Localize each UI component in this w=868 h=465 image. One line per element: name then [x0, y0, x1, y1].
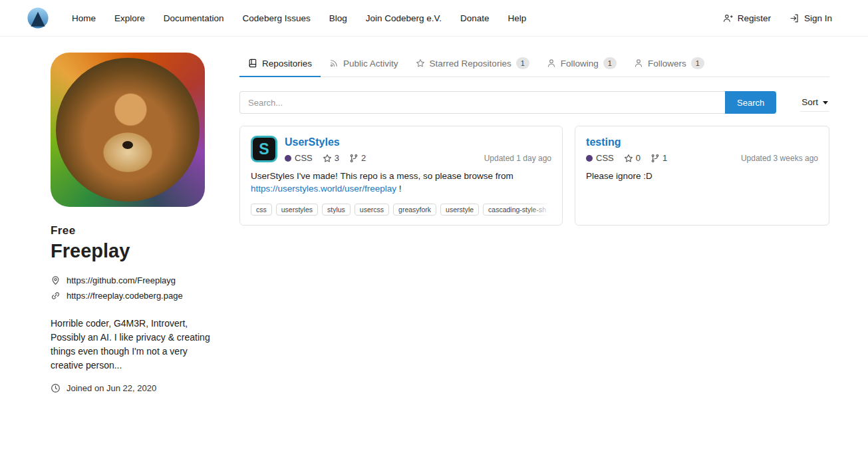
repo-forks[interactable]: 2 — [349, 153, 366, 163]
fork-count: 1 — [662, 153, 667, 163]
tab-label: Starred Repositories — [430, 59, 511, 69]
profile-links: https://github.com/Freeplayg https://fre… — [51, 273, 217, 303]
profile-sidebar: Free Freeplay https://github.com/Freepla… — [51, 53, 217, 393]
repo-icon — [248, 59, 257, 68]
topic-tag[interactable]: greasyfork — [393, 204, 436, 216]
tab-following[interactable]: Following 1 — [538, 53, 625, 77]
following-count-badge: 1 — [603, 57, 617, 69]
location-icon — [51, 275, 61, 285]
tab-label: Public Activity — [343, 59, 398, 69]
repo-header: S UserStyles CSS 3 — [251, 136, 551, 163]
tab-public-activity[interactable]: Public Activity — [321, 53, 407, 77]
topic-tag[interactable]: css — [251, 204, 272, 216]
repo-description: Please ignore :D — [586, 170, 818, 183]
repo-forks[interactable]: 1 — [651, 153, 667, 163]
fork-count: 2 — [361, 153, 366, 163]
profile-tabs: Repositories Public Activity Starred Rep… — [239, 53, 829, 77]
profile-github-link[interactable]: https://github.com/Freeplayg — [51, 273, 217, 288]
star-icon — [416, 59, 425, 68]
search-input[interactable] — [239, 91, 725, 114]
joined-date: Joined on Jun 22, 2020 — [67, 383, 156, 393]
profile-bio: Horrible coder, G4M3R, Introvert, Possib… — [51, 317, 217, 373]
tab-label: Repositories — [262, 59, 312, 69]
sort-dropdown[interactable]: Sort — [800, 93, 829, 112]
chevron-down-icon — [823, 101, 828, 104]
topic-tag[interactable]: stylus — [322, 204, 351, 216]
language-label: CSS — [295, 153, 313, 163]
main-panel: Repositories Public Activity Starred Rep… — [239, 53, 829, 393]
profile-names: Free Freeplay — [51, 224, 217, 262]
profile-github-url: https://github.com/Freeplayg — [67, 275, 176, 285]
repo-title-link[interactable]: testing — [586, 136, 621, 148]
nav-home[interactable]: Home — [63, 7, 105, 29]
repo-language: CSS — [586, 153, 614, 163]
register-label: Register — [738, 13, 771, 23]
sort-label: Sort — [801, 97, 818, 107]
repo-stars[interactable]: 3 — [323, 153, 339, 163]
repo-description: UserStyles I've made! This repo is a mes… — [251, 170, 551, 196]
topic-tag[interactable]: userstyle — [440, 204, 479, 216]
repository-list: S UserStyles CSS 3 — [239, 126, 829, 226]
profile-username: Freeplay — [51, 240, 217, 262]
profile-website-url: https://freeplay.codeberg.page — [67, 291, 183, 301]
topic-tag[interactable]: userstyles — [276, 204, 318, 216]
language-color-dot — [285, 155, 291, 162]
search-button[interactable]: Search — [725, 91, 776, 114]
star-count: 0 — [636, 153, 641, 163]
followers-count-badge: 1 — [691, 57, 704, 69]
profile-website-link[interactable]: https://freeplay.codeberg.page — [51, 288, 217, 303]
person-icon — [634, 59, 643, 68]
topic-tag[interactable]: usercss — [355, 204, 389, 216]
profile-joined: Joined on Jun 22, 2020 — [51, 383, 217, 393]
nav-documentation[interactable]: Documentation — [154, 7, 233, 29]
sign-in-label: Sign In — [804, 13, 832, 23]
codeberg-logo[interactable] — [27, 7, 49, 29]
avatar-image — [56, 58, 200, 202]
git-branch-icon — [651, 154, 660, 163]
repo-card-testing: testing CSS 0 — [575, 126, 829, 226]
rss-icon — [329, 59, 339, 68]
clock-icon — [51, 383, 61, 393]
tab-starred-repositories[interactable]: Starred Repositories 1 — [407, 53, 538, 77]
language-label: CSS — [596, 153, 614, 163]
nav-explore[interactable]: Explore — [105, 7, 154, 29]
star-icon — [323, 154, 332, 163]
sign-in-link[interactable]: Sign In — [780, 7, 841, 29]
repo-avatar: S — [251, 136, 277, 162]
person-icon — [547, 59, 556, 68]
profile-full-name: Free — [51, 224, 217, 237]
tab-followers[interactable]: Followers 1 — [625, 53, 713, 77]
search-row: Search Sort — [239, 91, 829, 114]
repo-title-link[interactable]: UserStyles — [285, 136, 340, 148]
star-count: 3 — [335, 153, 339, 163]
person-plus-icon — [723, 13, 733, 23]
topic-tag[interactable]: cascading-style-sh — [483, 204, 551, 216]
repo-updated: Updated 1 day ago — [484, 154, 551, 163]
navbar-right: Register Sign In — [714, 7, 841, 29]
tab-repositories[interactable]: Repositories — [239, 53, 321, 77]
repo-meta: CSS 3 2 Updated 1 day ago — [285, 153, 551, 163]
link-icon — [51, 291, 61, 301]
register-link[interactable]: Register — [714, 7, 780, 29]
nav-codeberg-issues[interactable]: Codeberg Issues — [233, 7, 320, 29]
sign-in-icon — [790, 13, 799, 23]
repo-meta: CSS 0 1 Updated 3 weeks ago — [586, 153, 818, 163]
search-box: Search — [239, 91, 776, 114]
profile-avatar — [51, 53, 205, 207]
nav-help[interactable]: Help — [499, 7, 536, 29]
description-text: UserStyles I've made! This repo is a mes… — [251, 171, 513, 181]
repo-updated: Updated 3 weeks ago — [741, 154, 818, 163]
nav-blog[interactable]: Blog — [320, 7, 357, 29]
nav-donate[interactable]: Donate — [451, 7, 499, 29]
git-branch-icon — [349, 154, 359, 163]
nav-join-codeberg[interactable]: Join Codeberg e.V. — [357, 7, 451, 29]
tab-label: Followers — [648, 59, 686, 69]
repo-stars[interactable]: 0 — [624, 153, 641, 163]
repo-topics: css userstyles stylus usercss greasyfork… — [251, 204, 551, 216]
repo-language: CSS — [285, 153, 313, 163]
tab-label: Following — [561, 59, 599, 69]
codeberg-logo-icon — [27, 7, 49, 29]
language-color-dot — [586, 155, 593, 162]
content: Free Freeplay https://github.com/Freepla… — [0, 37, 868, 393]
description-link[interactable]: https://userstyles.world/user/freeplay — [251, 184, 396, 194]
